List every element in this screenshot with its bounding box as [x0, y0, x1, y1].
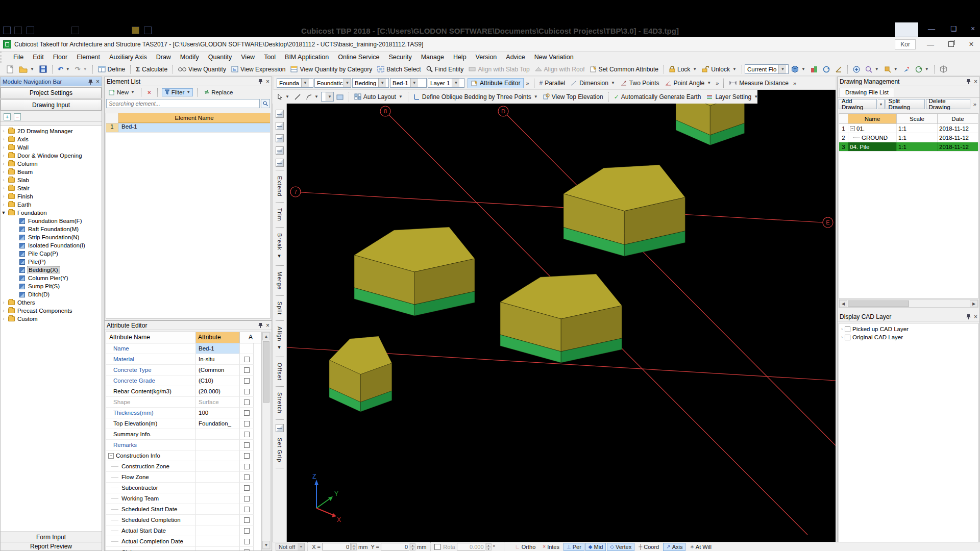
attribute-row[interactable]: Concrete Grade(C10): [106, 375, 261, 386]
project-settings-button[interactable]: Project Settings: [1, 87, 102, 98]
align-with-slab-top-button[interactable]: Align with Slab Top: [466, 65, 532, 74]
attribute-value[interactable]: In-situ: [196, 354, 240, 365]
layer-checkbox[interactable]: [845, 335, 850, 340]
snap-toggle-axis[interactable]: ↗Axis: [663, 543, 685, 551]
add-drawing-dropdown-icon[interactable]: ▼: [878, 99, 885, 109]
x-spinner[interactable]: ▲▼: [351, 543, 357, 550]
rotation-spinner[interactable]: ▲▼: [486, 543, 492, 550]
set-grip-icon[interactable]: [276, 424, 284, 432]
auto-generate-earth-button[interactable]: ✓Automatically Generate Earth: [611, 92, 704, 102]
collapse-icon[interactable]: −: [108, 453, 114, 459]
bedding-block[interactable]: [564, 165, 685, 256]
side-tool-trim[interactable]: Trim: [277, 208, 283, 221]
cad-layer-item[interactable]: ›Original CAD Layer: [839, 333, 978, 341]
attribute-row[interactable]: Thickness(mm)100: [106, 408, 261, 418]
tree-item-raft-foundation-m-[interactable]: Raft Foundation(M): [1, 225, 102, 233]
layer-combo[interactable]: Layer 1▼: [428, 78, 464, 88]
attribute-value[interactable]: [196, 493, 240, 504]
attribute-row[interactable]: −Construction Info: [106, 450, 261, 461]
menu-element[interactable]: Element: [72, 53, 105, 62]
tree-item-isolated-foundation-i-[interactable]: Isolated Foundation(I): [1, 241, 102, 249]
attribute-row[interactable]: Summary Info.: [106, 429, 261, 440]
floor-combo[interactable]: Founda▼: [277, 78, 313, 88]
zoom-in-button[interactable]: [850, 65, 863, 74]
viewport-canvas[interactable]: 8D7E Z Y X: [287, 104, 836, 542]
tree-item-door-window-opening[interactable]: ›Door & Window Opening: [1, 152, 102, 160]
tree-item-axis[interactable]: ›Axis: [1, 135, 102, 143]
snap-toggle-atwill[interactable]: ∗At Will: [687, 543, 715, 551]
attribute-value[interactable]: (Common: [196, 365, 240, 375]
attribute-row[interactable]: Actual Completion Date: [106, 536, 261, 547]
add-drawing-button[interactable]: Add Drawing: [839, 99, 877, 109]
menu-tool[interactable]: Tool: [259, 53, 280, 62]
side-tool-merge[interactable]: Merge: [277, 271, 283, 290]
menu-draw[interactable]: Draw: [152, 53, 176, 62]
replace-button[interactable]: Replace: [202, 89, 235, 96]
apply-checkbox[interactable]: [244, 496, 250, 502]
snap-toggle-ortho[interactable]: ∟Ortho: [512, 543, 538, 551]
close-icon[interactable]: ×: [96, 78, 100, 85]
apply-checkbox[interactable]: [244, 357, 250, 362]
draw-arc-button[interactable]: ▼: [303, 93, 321, 101]
chevron-right-icon[interactable]: ›: [841, 327, 843, 332]
tree-item-foundation[interactable]: ▼Foundation: [1, 209, 102, 217]
tree-item-beam[interactable]: ›Beam: [1, 168, 102, 176]
attribute-value[interactable]: (20.000): [196, 386, 240, 397]
menu-new-variation[interactable]: New Variation: [530, 53, 578, 62]
attribute-a-header[interactable]: A: [240, 332, 261, 343]
attribute-row[interactable]: Actual Start Date: [106, 525, 261, 536]
attribute-value[interactable]: [196, 429, 240, 440]
apply-checkbox[interactable]: [244, 421, 250, 427]
pin-icon[interactable]: [258, 322, 263, 328]
parallel-button[interactable]: #Parallel: [537, 79, 568, 88]
scale-column-header[interactable]: Scale: [897, 114, 938, 123]
set-common-attribute-button[interactable]: Set Common Attribute: [587, 65, 661, 74]
bedding-blocks[interactable]: [329, 104, 745, 412]
select-cursor-button[interactable]: ▼: [275, 92, 292, 101]
view-top-elevation-button[interactable]: View Top Elevation: [541, 92, 606, 102]
drawing-list-hscrollbar[interactable]: ◀ ▶: [839, 299, 978, 308]
drawing-row[interactable]: 2GROUND1:12018-11-12: [839, 133, 978, 142]
scroll-thumb[interactable]: [263, 341, 270, 403]
attribute-value[interactable]: [196, 504, 240, 515]
tree-item-strip-foundation-n-[interactable]: Strip Foundation(N): [1, 233, 102, 241]
cad-layer-item[interactable]: ›Picked up CAD Layer: [839, 325, 978, 333]
combo-arrow-icon[interactable]: ▼: [410, 79, 418, 87]
view-quantity-button[interactable]: View Quantity: [176, 65, 229, 74]
apply-checkbox[interactable]: [244, 507, 250, 512]
bedding-block[interactable]: [329, 336, 392, 412]
apply-checkbox[interactable]: [244, 474, 250, 480]
apply-checkbox[interactable]: [244, 485, 250, 491]
menu-advice[interactable]: Advice: [501, 53, 530, 62]
attribute-value[interactable]: [196, 536, 240, 547]
close-icon[interactable]: ×: [266, 322, 270, 329]
filter-button[interactable]: Filter▼: [162, 88, 193, 96]
tree-item-column[interactable]: ›Column: [1, 160, 102, 168]
offset-mode-combo[interactable]: Not off▼: [276, 543, 305, 551]
calculate-button[interactable]: ΣCalculate: [133, 64, 170, 74]
menu-help[interactable]: Help: [449, 53, 471, 62]
mirror-icon[interactable]: [276, 134, 284, 142]
scroll-thumb[interactable]: [848, 300, 909, 307]
find-entity-button[interactable]: Find Entity: [424, 65, 467, 74]
tree-item-earth[interactable]: ›Earth: [1, 201, 102, 209]
attribute-value[interactable]: Bed-1: [196, 343, 240, 354]
y-coordinate-input[interactable]: [381, 543, 409, 550]
search-button[interactable]: [261, 99, 270, 108]
fly-to-button[interactable]: [900, 65, 913, 74]
element-combo[interactable]: Bed-1▼: [390, 78, 427, 88]
side-tool-align[interactable]: Align ▾: [277, 327, 283, 351]
attribute-editor-toggle[interactable]: Attribute Editor: [468, 78, 524, 88]
menu-file[interactable]: File: [9, 53, 28, 62]
apply-checkbox[interactable]: [244, 549, 250, 551]
tree-item-stair[interactable]: ›Stair: [1, 184, 102, 192]
new-element-button[interactable]: New▼: [107, 89, 137, 96]
open-file-button[interactable]: ▼: [16, 65, 37, 74]
side-tool-offset[interactable]: Offset: [277, 363, 283, 381]
attribute-row[interactable]: ShapeSurface: [106, 397, 261, 408]
date-column-header[interactable]: Date: [938, 114, 978, 123]
rotate-copy-icon[interactable]: [276, 159, 284, 167]
collapse-icon[interactable]: −: [850, 126, 855, 131]
layer-checkbox[interactable]: [845, 327, 850, 332]
view-quantity-by-category-button[interactable]: View Quantity by Category: [288, 65, 375, 74]
